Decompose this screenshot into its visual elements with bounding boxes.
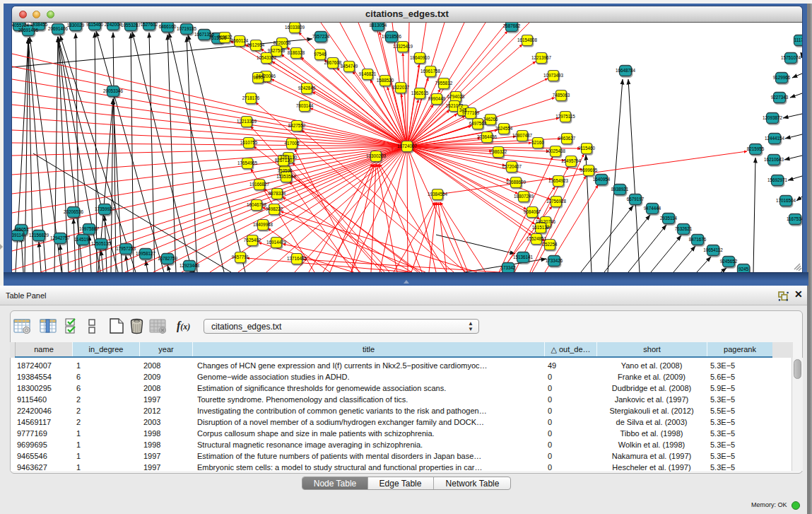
- svg-text:16782759: 16782759: [158, 256, 178, 261]
- svg-text:7803144: 7803144: [296, 103, 314, 108]
- svg-text:9146821: 9146821: [359, 71, 377, 76]
- svg-text:20364436: 20364436: [477, 134, 498, 139]
- svg-text:12444154: 12444154: [765, 136, 785, 141]
- svg-text:10975867: 10975867: [79, 226, 100, 231]
- svg-text:39114: 39114: [12, 233, 24, 238]
- svg-text:15751074: 15751074: [781, 55, 801, 60]
- svg-text:2242004: 2242004: [105, 23, 122, 27]
- svg-text:10025438: 10025438: [546, 148, 566, 153]
- svg-text:18640910: 18640910: [410, 55, 430, 60]
- svg-text:8226058: 8226058: [273, 40, 291, 45]
- svg-text:10543362: 10543362: [257, 55, 277, 60]
- svg-text:18120746: 18120746: [536, 219, 556, 224]
- svg-text:10756928: 10756928: [546, 199, 567, 204]
- svg-text:17016504: 17016504: [776, 198, 796, 203]
- svg-text:7357224: 7357224: [312, 34, 330, 39]
- svg-text:12213369: 12213369: [237, 119, 257, 124]
- svg-text:8938921: 8938921: [611, 187, 629, 192]
- svg-text:18807249: 18807249: [514, 194, 534, 199]
- svg-text:6679197: 6679197: [627, 197, 645, 201]
- svg-text:16033809: 16033809: [285, 25, 305, 30]
- svg-text:16154808: 16154808: [517, 37, 538, 42]
- svg-text:9777169: 9777169: [462, 110, 480, 115]
- svg-text:746266: 746266: [483, 117, 498, 122]
- svg-text:10807487: 10807487: [512, 133, 533, 138]
- svg-text:9890: 9890: [253, 75, 264, 80]
- svg-text:9115460: 9115460: [86, 23, 104, 27]
- svg-text:12923448: 12923448: [180, 263, 200, 268]
- svg-text:14055724: 14055724: [12, 23, 29, 28]
- svg-text:15692971: 15692971: [767, 177, 788, 182]
- svg-text:9115460: 9115460: [578, 146, 596, 151]
- svg-text:9245652: 9245652: [720, 259, 738, 264]
- svg-text:1167534: 1167534: [787, 216, 802, 221]
- svg-text:485051: 485051: [13, 227, 29, 232]
- svg-text:8878334: 8878334: [269, 191, 286, 196]
- svg-text:12093872: 12093872: [763, 115, 783, 120]
- svg-text:12505135: 12505135: [91, 241, 112, 246]
- svg-text:20053346: 20053346: [103, 88, 124, 93]
- svg-text:16914479: 16914479: [266, 240, 287, 245]
- svg-text:15495794: 15495794: [561, 158, 582, 163]
- svg-text:10719185: 10719185: [177, 26, 197, 31]
- svg-text:10958127: 10958127: [136, 251, 156, 256]
- svg-text:1938455: 1938455: [30, 23, 48, 27]
- svg-text:7632621: 7632621: [675, 226, 693, 231]
- svg-text:16210643: 16210643: [764, 157, 784, 162]
- svg-text:62160: 62160: [531, 140, 544, 145]
- svg-text:19384554: 19384554: [428, 192, 448, 197]
- svg-text:1362615: 1362615: [411, 90, 429, 95]
- svg-text:16961758: 16961758: [420, 69, 441, 74]
- svg-text:20206536: 20206536: [64, 209, 84, 214]
- svg-text:97546: 97546: [314, 52, 326, 57]
- svg-text:10654112: 10654112: [703, 247, 723, 252]
- svg-text:7986322: 7986322: [490, 149, 507, 154]
- svg-text:1640954: 1640954: [593, 177, 611, 182]
- svg-text:12975115: 12975115: [555, 114, 575, 119]
- svg-text:15524851: 15524851: [526, 236, 547, 241]
- svg-text:9699695: 9699695: [580, 168, 598, 173]
- svg-text:9129966: 9129966: [773, 75, 791, 80]
- svg-text:8660124: 8660124: [231, 38, 249, 43]
- svg-text:753594: 753594: [277, 168, 293, 173]
- svg-text:2687682: 2687682: [503, 23, 521, 28]
- svg-text:2867608: 2867608: [324, 60, 342, 65]
- svg-text:17654965: 17654965: [237, 160, 258, 165]
- svg-text:1733426: 1733426: [546, 258, 563, 263]
- svg-text:19218506: 19218506: [382, 34, 402, 39]
- svg-text:9327508: 9327508: [268, 48, 286, 53]
- svg-text:6794028: 6794028: [447, 94, 465, 99]
- svg-text:1145194: 1145194: [74, 237, 92, 242]
- svg-text:8186328: 8186328: [288, 50, 305, 55]
- svg-text:7485063: 7485063: [553, 93, 570, 98]
- svg-text:1588520: 1588520: [377, 78, 394, 83]
- svg-text:2718176: 2718176: [242, 95, 260, 100]
- svg-text:1527602: 1527602: [141, 23, 158, 27]
- svg-text:11174: 11174: [794, 37, 802, 42]
- svg-text:12156829: 12156829: [29, 233, 49, 238]
- svg-text:16046798: 16046798: [247, 202, 267, 207]
- svg-text:10973493: 10973493: [543, 73, 564, 78]
- svg-text:10688609: 10688609: [506, 180, 526, 185]
- svg-text:7625402: 7625402: [244, 238, 261, 243]
- svg-text:13654923: 13654923: [548, 178, 569, 183]
- svg-text:8427552: 8427552: [288, 123, 306, 128]
- svg-text:2935114: 2935114: [660, 216, 678, 221]
- svg-text:9474444: 9474444: [644, 206, 661, 211]
- svg-text:20691406: 20691406: [18, 28, 39, 33]
- svg-text:13325419: 13325419: [393, 44, 413, 49]
- svg-text:18409948: 18409948: [253, 222, 273, 227]
- svg-text:6466160: 6466160: [159, 24, 177, 29]
- svg-text:9084067: 9084067: [524, 209, 541, 214]
- svg-text:417006: 417006: [284, 141, 300, 146]
- svg-text:8471676: 8471676: [689, 237, 707, 242]
- svg-text:11353594: 11353594: [276, 174, 296, 179]
- svg-text:9245: 9245: [739, 267, 749, 271]
- svg-text:19166827: 19166827: [249, 182, 270, 187]
- svg-text:9457791: 9457791: [232, 255, 249, 259]
- svg-text:15136141: 15136141: [513, 255, 534, 259]
- svg-text:6497568: 6497568: [469, 121, 487, 126]
- svg-text:17359924: 17359924: [95, 206, 115, 211]
- svg-text:12213967: 12213967: [531, 55, 552, 60]
- svg-text:9498222: 9498222: [266, 206, 283, 211]
